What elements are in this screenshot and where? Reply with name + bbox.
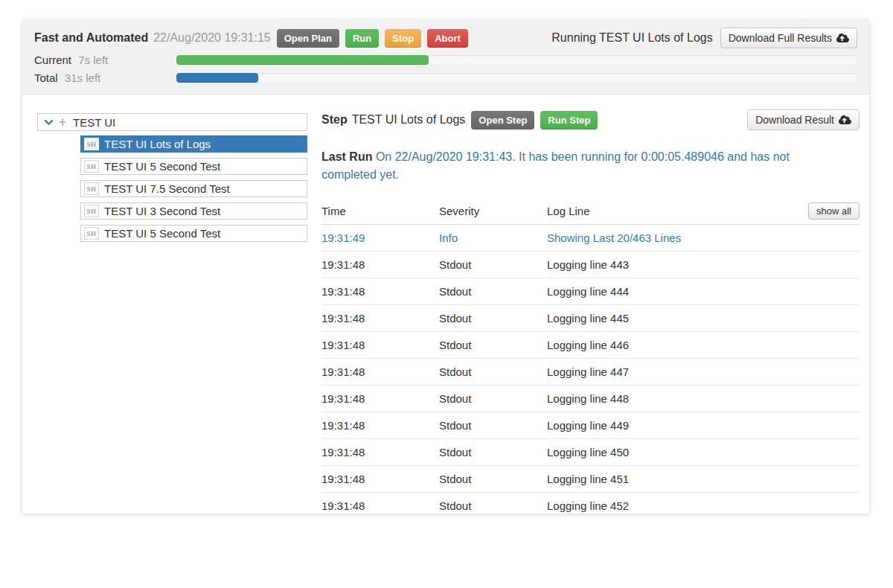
log-line: Logging line 444 (547, 285, 860, 298)
log-time: 19:31:48 (321, 473, 439, 485)
run-button[interactable]: Run (345, 29, 379, 48)
download-result-label: Download Result (755, 114, 834, 126)
tree-root-test-ui[interactable]: TEST UI (37, 113, 307, 131)
tree-item-label: TEST UI 3 Second Test (104, 205, 220, 217)
column-header-time: Time (321, 205, 439, 217)
total-progress-track (176, 73, 857, 83)
total-progress-bar (176, 73, 258, 83)
log-time: 19:31:49 (321, 231, 439, 244)
step-type-badge: SH (84, 182, 99, 195)
current-progress-remaining: 7s left (78, 54, 108, 66)
tree-item[interactable]: SH TEST UI 3 Second Test (80, 202, 307, 220)
log-time: 19:31:48 (321, 258, 439, 271)
log-line: Logging line 446 (547, 339, 860, 351)
log-severity: Stdout (439, 392, 547, 405)
last-run-text: On 22/Aug/2020 19:31:43. It has been run… (321, 150, 790, 181)
current-progress-row: Current 7s left (34, 54, 857, 66)
cloud-download-icon (839, 115, 851, 125)
cloud-download-icon (836, 33, 849, 43)
log-time: 19:31:48 (321, 285, 439, 298)
step-label: Step (321, 113, 348, 127)
sidebar-tree-items: SH TEST UI Lots of Logs SH TEST UI 5 Sec… (80, 135, 307, 242)
log-time: 19:31:48 (321, 499, 439, 512)
step-panel: Step TEST UI Lots of Logs Open Step Run … (321, 109, 860, 514)
log-severity: Info (439, 231, 547, 244)
open-step-button[interactable]: Open Step (471, 111, 534, 130)
log-row: 19:31:49 Info Showing Last 20/463 Lines (321, 225, 860, 252)
running-status: Running TEST UI Lots of Logs (551, 31, 712, 45)
log-row: 19:31:48 Stdout Logging line 450 (321, 439, 860, 466)
log-line: Logging line 452 (547, 499, 860, 512)
log-severity: Stdout (439, 365, 547, 378)
run-step-button[interactable]: Run Step (540, 111, 598, 130)
log-row: 19:31:48 Stdout Logging line 446 (321, 332, 860, 359)
log-line: Logging line 443 (547, 258, 860, 271)
current-progress-bar (176, 55, 429, 65)
last-run-summary: Last Run On 22/Aug/2020 19:31:43. It has… (321, 148, 842, 184)
tree-item[interactable]: SH TEST UI 5 Second Test (80, 225, 307, 242)
log-row: 19:31:48 Stdout Logging line 451 (321, 466, 860, 493)
log-severity: Stdout (439, 258, 547, 271)
current-progress-track (176, 55, 857, 65)
download-full-results-button[interactable]: Download Full Results (720, 28, 857, 48)
column-header-severity: Severity (439, 205, 547, 217)
tree-item[interactable]: SH TEST UI 7.5 Second Test (80, 180, 307, 197)
download-full-results-label: Download Full Results (729, 32, 832, 44)
plus-icon[interactable] (58, 118, 67, 127)
tree-item-label: TEST UI 5 Second Test (104, 160, 220, 173)
total-progress-row: Total 31s left (34, 71, 857, 84)
show-all-button[interactable]: show all (808, 202, 860, 220)
log-time: 19:31:48 (321, 392, 439, 405)
log-time: 19:31:48 (321, 312, 439, 325)
total-progress-label: Total (34, 71, 58, 84)
log-severity: Stdout (439, 339, 547, 351)
step-type-badge: SH (84, 205, 99, 217)
open-plan-button[interactable]: Open Plan (277, 29, 339, 48)
log-line: Logging line 449 (547, 419, 860, 432)
current-progress-label: Current (34, 54, 71, 66)
step-type-badge: SH (84, 138, 99, 150)
step-name: TEST UI Lots of Logs (352, 113, 466, 127)
stop-button[interactable]: Stop (385, 29, 421, 48)
plan-title: Fast and Automated (34, 31, 148, 45)
plan-timestamp: 22/Aug/2020 19:31:15 (153, 31, 270, 45)
total-progress-remaining: 31s left (65, 71, 100, 84)
tree-item-label: TEST UI 5 Second Test (104, 227, 220, 240)
chevron-down-icon[interactable] (44, 118, 54, 127)
download-result-button[interactable]: Download Result (747, 109, 860, 130)
step-type-badge: SH (84, 227, 99, 240)
column-header-log-line: Log Line (547, 205, 590, 217)
log-table-header: Time Severity Log Line show all (321, 197, 860, 225)
step-type-badge: SH (84, 160, 99, 173)
log-line: Logging line 445 (547, 312, 860, 325)
log-row: 19:31:48 Stdout Logging line 452 (321, 493, 860, 514)
tree-root-label: TEST UI (73, 116, 115, 129)
log-time: 19:31:48 (321, 339, 439, 351)
log-row: 19:31:48 Stdout Logging line 443 (321, 252, 860, 278)
tree-item[interactable]: SH TEST UI Lots of Logs (80, 135, 307, 153)
tree-item-label: TEST UI 7.5 Second Test (104, 182, 230, 195)
abort-button[interactable]: Abort (427, 29, 468, 48)
log-time: 19:31:48 (321, 446, 439, 458)
plan-tree: TEST UI SH TEST UI Lots of Logs SH TEST … (37, 113, 307, 247)
log-row: 19:31:48 Stdout Logging line 449 (321, 412, 860, 439)
log-severity: Stdout (439, 312, 547, 325)
log-row: 19:31:48 Stdout Logging line 445 (321, 305, 860, 332)
log-severity: Stdout (439, 285, 547, 298)
tree-item-label: TEST UI Lots of Logs (104, 138, 211, 150)
tree-item[interactable]: SH TEST UI 5 Second Test (80, 158, 307, 175)
log-line: Logging line 448 (547, 392, 860, 405)
log-severity: Stdout (439, 419, 547, 432)
log-row: 19:31:48 Stdout Logging line 448 (321, 386, 860, 412)
plan-header: Fast and Automated 22/Aug/2020 19:31:15 … (22, 19, 869, 95)
log-row: 19:31:48 Stdout Logging line 444 (321, 278, 860, 305)
log-table-body: 19:31:49 Info Showing Last 20/463 Lines … (321, 225, 860, 514)
log-line: Logging line 447 (547, 365, 860, 378)
log-time: 19:31:48 (321, 365, 439, 378)
app-panel: Fast and Automated 22/Aug/2020 19:31:15 … (22, 19, 869, 514)
log-line: Logging line 451 (547, 473, 860, 485)
log-table: Time Severity Log Line show all 19:31:49… (321, 197, 860, 514)
log-time: 19:31:48 (321, 419, 439, 432)
log-line: Showing Last 20/463 Lines (547, 231, 860, 244)
log-severity: Stdout (439, 499, 547, 512)
